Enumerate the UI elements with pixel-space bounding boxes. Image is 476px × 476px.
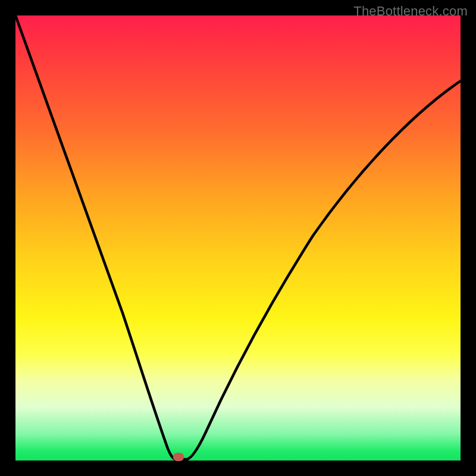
chart-frame: TheBottleneck.com bbox=[0, 0, 476, 476]
bottleneck-curve bbox=[15, 15, 461, 461]
curve-path bbox=[15, 15, 461, 459]
optimum-marker bbox=[173, 453, 184, 461]
plot-area bbox=[15, 15, 461, 461]
watermark-text: TheBottleneck.com bbox=[353, 4, 468, 19]
